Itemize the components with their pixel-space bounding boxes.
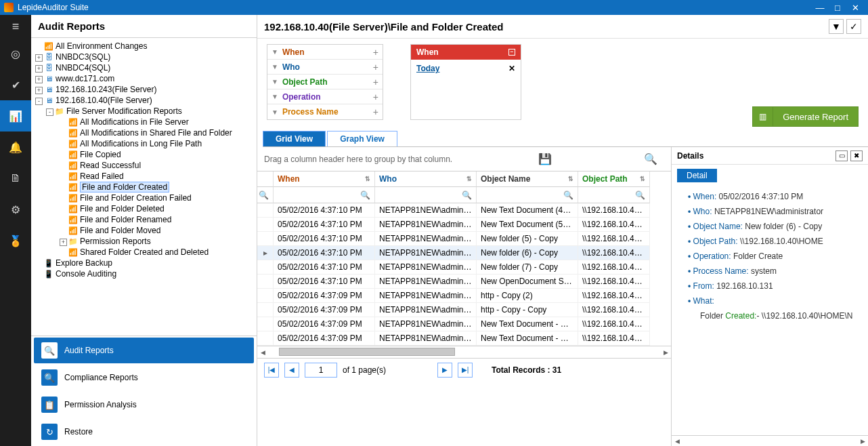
grid-row-marker[interactable] (257, 232, 274, 246)
details-collapse-icon[interactable]: ▭ (836, 150, 848, 161)
tree-item[interactable]: 📶All Modifications in File Server (32, 117, 254, 127)
grid-cell[interactable]: New folder (5) - Copy (477, 232, 578, 246)
filter-row[interactable]: ▼Object Path+ (267, 75, 383, 89)
grid-cell[interactable]: New folder (7) - Copy (477, 260, 578, 275)
filter-icon[interactable]: ▼ (829, 19, 844, 34)
doc-icon[interactable]: 🗎 (0, 163, 31, 194)
gear-icon[interactable]: ⚙ (0, 194, 31, 225)
grid-cell[interactable]: NETAPP81NEW\administra... (375, 260, 477, 275)
grid-cell[interactable]: \\192.168.10.40\H (578, 232, 650, 246)
check-icon[interactable]: ✔ (0, 69, 31, 100)
filter-add-icon[interactable]: + (373, 47, 378, 58)
grid-cell[interactable]: \\192.168.10.40\H (578, 275, 650, 289)
grid-cell[interactable]: http - Copy - Copy (477, 303, 578, 317)
grid-cell[interactable]: \\192.168.10.40\H (578, 260, 650, 275)
tree-item[interactable]: +🗄NNBDC4(SQL) (32, 62, 254, 73)
filter-row[interactable]: ▼Operation+ (267, 89, 383, 104)
window-close-button[interactable]: ✕ (846, 3, 864, 13)
detail-tab[interactable]: Detail (677, 169, 717, 182)
scroll-left-icon[interactable]: ◀ (672, 436, 682, 446)
filter-add-icon[interactable]: + (373, 62, 378, 73)
bottom-nav-item[interactable]: 📋Permission Analysis (34, 392, 254, 418)
tree-item[interactable]: 📱Console Auditing (32, 268, 254, 279)
grid-cell[interactable]: 05/02/2016 4:37:10 PM (274, 260, 375, 275)
bottom-nav-item[interactable]: ↻Restore (34, 419, 254, 445)
pager-page-input[interactable] (305, 363, 337, 378)
tab-grid-view[interactable]: Grid View (263, 131, 326, 146)
results-grid[interactable]: When⇅Who⇅Object Name⇅Object Path⇅🔍🔍🔍🔍🔍05… (257, 171, 671, 346)
tree-node-label[interactable]: Explore Backup (56, 258, 112, 268)
badge-icon[interactable]: 🏅 (0, 225, 31, 256)
grid-cell[interactable]: 05/02/2016 4:37:10 PM (274, 246, 375, 260)
grid-cell[interactable]: \\192.168.10.40\H (578, 303, 650, 317)
tree-node-label[interactable]: All Modifications in Shared File and Fol… (80, 128, 232, 138)
tree-item[interactable]: +🖥192.168.10.243(File Server) (32, 84, 254, 95)
sort-icon[interactable]: ⇅ (568, 176, 573, 182)
collapse-icon[interactable]: − (508, 49, 515, 56)
target-icon[interactable]: ◎ (0, 38, 31, 69)
grid-cell[interactable]: NETAPP81NEW\administra... (375, 203, 477, 218)
tree-node-label[interactable]: File and Folder Created (80, 182, 169, 192)
grid-cell[interactable]: NETAPP81NEW\administra... (375, 218, 477, 232)
pager-next-button[interactable]: ▶ (437, 363, 452, 378)
tree-item[interactable]: 📶File and Folder Renamed (32, 214, 254, 225)
grid-cell[interactable]: New OpenDocument Sprea... (477, 275, 578, 289)
bottom-nav-item[interactable]: 🔍Compliance Reports (34, 365, 254, 390)
grid-row-marker[interactable] (257, 275, 274, 289)
tree-item[interactable]: 📱Explore Backup (32, 258, 254, 268)
tree-node-label[interactable]: Console Auditing (56, 269, 116, 279)
tree-node-label[interactable]: File and Folder Moved (80, 226, 160, 235)
tree-item[interactable]: 📶All Modifications in Shared File and Fo… (32, 127, 254, 138)
window-maximize-button[interactable]: □ (829, 3, 846, 13)
tree-node-label[interactable]: Shared Folder Created and Deleted (80, 247, 209, 257)
grid-cell[interactable]: \\192.168.10.40\H (578, 331, 650, 346)
grid-cell[interactable]: 05/02/2016 4:37:09 PM (274, 317, 375, 331)
generate-report-button[interactable]: ▥ Generate Report (752, 106, 859, 127)
grid-search-marker-icon[interactable]: 🔍 (257, 187, 274, 203)
grid-column-search-icon[interactable]: 🔍 (477, 187, 578, 203)
pager-last-button[interactable]: ▶| (458, 363, 473, 378)
grid-header[interactable]: Object Name⇅ (477, 171, 578, 187)
tree-item[interactable]: 📶File and Folder Moved (32, 225, 254, 236)
tree-item[interactable]: 📶All Modifications in Long File Path (32, 138, 254, 149)
tree-node-label[interactable]: Permission Reports (80, 237, 151, 246)
filter-add-icon[interactable]: + (373, 106, 378, 117)
scroll-left-icon[interactable]: ◀ (257, 346, 268, 358)
window-minimize-button[interactable]: — (811, 3, 829, 13)
grid-header[interactable]: Object Path⇅ (578, 171, 650, 187)
reports-icon[interactable]: 📊 (0, 100, 31, 131)
grid-column-search-icon[interactable]: 🔍 (578, 187, 650, 203)
grid-cell[interactable]: NETAPP81NEW\administra... (375, 275, 477, 289)
grid-cell[interactable]: 05/02/2016 4:37:10 PM (274, 218, 375, 232)
tree-item[interactable]: 📶Shared Folder Created and Deleted (32, 247, 254, 258)
details-pin-icon[interactable]: ✖ (850, 150, 863, 161)
tree-node-label[interactable]: File Copied (80, 150, 121, 159)
tree-item[interactable]: +🗄NNBDC3(SQL) (32, 52, 254, 62)
tree-toggle-icon[interactable]: + (60, 239, 67, 246)
tree-item[interactable]: 📶Read Failed (32, 171, 254, 182)
grid-column-search-icon[interactable]: 🔍 (274, 187, 375, 203)
grid-cell[interactable]: 05/02/2016 4:37:10 PM (274, 232, 375, 246)
tree-item[interactable]: +📁Permission Reports (32, 236, 254, 247)
sort-icon[interactable]: ⇅ (466, 176, 472, 182)
scroll-right-icon[interactable]: ▶ (660, 346, 671, 358)
tree-toggle-icon[interactable]: + (35, 65, 43, 73)
grid-row-marker[interactable] (257, 289, 274, 303)
tree-item[interactable]: 📶Read Successful (32, 160, 254, 171)
pager-prev-button[interactable]: ◀ (284, 363, 299, 378)
grid-cell[interactable]: New Text Document (4) - C... (477, 203, 578, 218)
tree-toggle-icon[interactable]: + (35, 54, 43, 62)
filter-row[interactable]: ▼Process Name+ (267, 104, 383, 119)
grid-cell[interactable]: New Text Document - Copy ... (477, 331, 578, 346)
tree-node-label[interactable]: 192.168.10.243(File Server) (56, 85, 156, 94)
grid-cell[interactable]: New Text Document - Cop... (477, 317, 578, 331)
grid-row-marker[interactable] (257, 260, 274, 275)
save-icon[interactable]: 💾 (538, 153, 552, 165)
tree-node-label[interactable]: File and Folder Deleted (80, 204, 165, 214)
grid-cell[interactable]: 05/02/2016 4:37:10 PM (274, 275, 375, 289)
grid-cell[interactable]: 05/02/2016 4:37:09 PM (274, 331, 375, 346)
bell-icon[interactable]: 🔔 (0, 131, 31, 163)
tree-toggle-icon[interactable]: - (35, 98, 43, 105)
tree-node-label[interactable]: All Modifications in File Server (80, 117, 189, 127)
filter-row[interactable]: ▼When+ (267, 45, 383, 60)
